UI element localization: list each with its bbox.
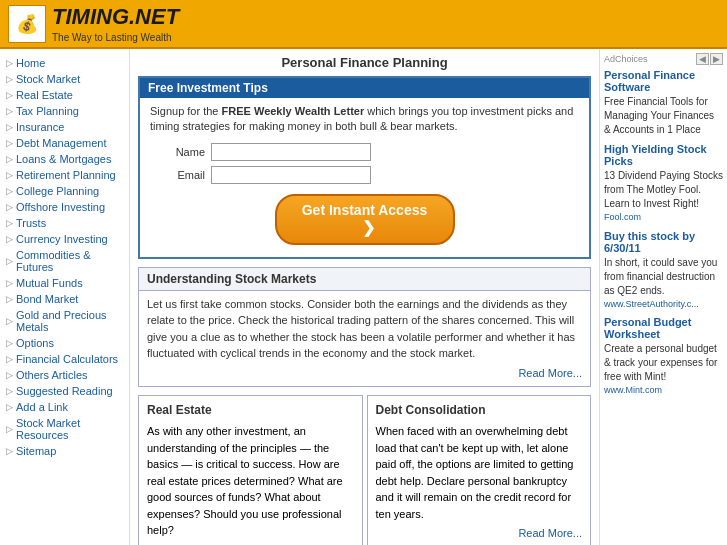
ad-text-3: Create a personal budget & track your ex…: [604, 342, 723, 397]
sidebar-item-real-estate[interactable]: ▷ Real Estate: [0, 87, 129, 103]
sidebar-item-commodities-futures[interactable]: ▷ Commodities & Futures: [0, 247, 129, 275]
sidebar-item-retirement-planning[interactable]: ▷ Retirement Planning: [0, 167, 129, 183]
ad-link-3[interactable]: Personal Budget Worksheet: [604, 316, 723, 340]
ad-source-2[interactable]: www.StreetAuthority.c...: [604, 298, 723, 311]
ad-source-1[interactable]: Fool.com: [604, 211, 723, 224]
understanding-stocks-section: Understanding Stock Markets Let us first…: [138, 267, 591, 388]
two-col-section: Real Estate As with any other investment…: [138, 395, 591, 545]
sidebar-item-others-articles[interactable]: ▷ Others Articles: [0, 367, 129, 383]
email-input[interactable]: [211, 166, 371, 184]
understanding-stocks-body: Let us first take common stocks. Conside…: [139, 291, 590, 387]
arrow-icon: ▷: [6, 256, 13, 266]
arrow-icon: ❯: [362, 219, 375, 236]
arrow-icon: ▷: [6, 402, 13, 412]
debt-consolidation-col: Debt Consolidation When faced with an ov…: [367, 395, 592, 545]
newsletter-box: Free Investment Tips Signup for the FREE…: [138, 76, 591, 259]
get-instant-access-button[interactable]: Get Instant Access ❯: [275, 194, 455, 245]
newsletter-description: Signup for the FREE Weekly Wealth Letter…: [150, 104, 579, 135]
sidebar-item-mutual-funds[interactable]: ▷ Mutual Funds: [0, 275, 129, 291]
sidebar-item-options[interactable]: ▷ Options: [0, 335, 129, 351]
ad-text-0: Free Financial Tools for Managing Your F…: [604, 95, 723, 137]
arrow-icon: ▷: [6, 354, 13, 364]
tagline: The Way to Lasting Wealth: [52, 32, 179, 43]
ad-choices-bar: AdChoices ◀ ▶: [604, 53, 723, 65]
sidebar-item-stock-market-resources[interactable]: ▷ Stock Market Resources: [0, 415, 129, 443]
main-content: Personal Finance Planning Free Investmen…: [130, 49, 599, 545]
understanding-stocks-title: Understanding Stock Markets: [139, 268, 590, 291]
sidebar-item-gold-precious-metals[interactable]: ▷ Gold and Precious Metals: [0, 307, 129, 335]
arrow-icon: ▷: [6, 186, 13, 196]
sidebar-item-add-link[interactable]: ▷ Add a Link: [0, 399, 129, 415]
arrow-icon: ▷: [6, 316, 13, 326]
sidebar-item-bond-market[interactable]: ▷ Bond Market: [0, 291, 129, 307]
arrow-icon: ▷: [6, 90, 13, 100]
debt-consolidation-read-more[interactable]: Read More...: [376, 525, 583, 542]
sidebar: ▷ Home ▷ Stock Market ▷ Real Estate ▷ Ta…: [0, 49, 130, 545]
sidebar-item-trusts[interactable]: ▷ Trusts: [0, 215, 129, 231]
real-estate-col: Real Estate As with any other investment…: [138, 395, 363, 545]
newsletter-body: Signup for the FREE Weekly Wealth Letter…: [140, 98, 589, 257]
sidebar-item-currency-investing[interactable]: ▷ Currency Investing: [0, 231, 129, 247]
arrow-icon: ▷: [6, 218, 13, 228]
ad-next-button[interactable]: ▶: [710, 53, 723, 65]
ad-source-3[interactable]: www.Mint.com: [604, 384, 723, 397]
sidebar-item-stock-market[interactable]: ▷ Stock Market: [0, 71, 129, 87]
ad-link-0[interactable]: Personal Finance Software: [604, 69, 723, 93]
sidebar-item-loans-mortgages[interactable]: ▷ Loans & Mortgages: [0, 151, 129, 167]
name-input[interactable]: [211, 143, 371, 161]
sidebar-item-offshore-investing[interactable]: ▷ Offshore Investing: [0, 199, 129, 215]
ad-text-2: In short, it could save you from financi…: [604, 256, 723, 311]
ad-prev-button[interactable]: ◀: [696, 53, 709, 65]
ad-nav[interactable]: ◀ ▶: [695, 53, 723, 65]
arrow-icon: ▷: [6, 170, 13, 180]
arrow-icon: ▷: [6, 370, 13, 380]
ad-choices-label: AdChoices: [604, 54, 648, 64]
sidebar-item-sitemap[interactable]: ▷ Sitemap: [0, 443, 129, 459]
real-estate-title: Real Estate: [147, 401, 354, 419]
arrow-icon: ▷: [6, 446, 13, 456]
arrow-icon: ▷: [6, 338, 13, 348]
arrow-icon: ▷: [6, 278, 13, 288]
arrow-icon: ▷: [6, 58, 13, 68]
sidebar-item-tax-planning[interactable]: ▷ Tax Planning: [0, 103, 129, 119]
sidebar-item-insurance[interactable]: ▷ Insurance: [0, 119, 129, 135]
sidebar-item-college-planning[interactable]: ▷ College Planning: [0, 183, 129, 199]
arrow-icon: ▷: [6, 424, 13, 434]
arrow-icon: ▷: [6, 294, 13, 304]
debt-consolidation-title: Debt Consolidation: [376, 401, 583, 419]
sidebar-item-debt-management[interactable]: ▷ Debt Management: [0, 135, 129, 151]
arrow-icon: ▷: [6, 202, 13, 212]
name-label: Name: [150, 146, 205, 158]
arrow-icon: ▷: [6, 74, 13, 84]
ad-link-1[interactable]: High Yielding Stock Picks: [604, 143, 723, 167]
arrow-icon: ▷: [6, 138, 13, 148]
newsletter-header: Free Investment Tips: [140, 78, 589, 98]
right-sidebar: AdChoices ◀ ▶ Personal Finance Software …: [599, 49, 727, 545]
sidebar-item-financial-calculators[interactable]: ▷ Financial Calculators: [0, 351, 129, 367]
arrow-icon: ▷: [6, 234, 13, 244]
arrow-icon: ▷: [6, 122, 13, 132]
sidebar-item-home[interactable]: ▷ Home: [0, 55, 129, 71]
email-form-row: Email: [150, 166, 579, 184]
arrow-icon: ▷: [6, 154, 13, 164]
name-form-row: Name: [150, 143, 579, 161]
arrow-icon: ▷: [6, 106, 13, 116]
logo-icon: 💰: [8, 5, 46, 43]
understanding-stocks-read-more[interactable]: Read More...: [147, 365, 582, 382]
email-label: Email: [150, 169, 205, 181]
ad-link-2[interactable]: Buy this stock by 6/30/11: [604, 230, 723, 254]
page-title: Personal Finance Planning: [138, 55, 591, 70]
header: 💰 TIMING.NET The Way to Lasting Wealth: [0, 0, 727, 49]
logo-text: TIMING.NET: [52, 4, 179, 30]
arrow-icon: ▷: [6, 386, 13, 396]
ad-text-1: 13 Dividend Paying Stocks from The Motle…: [604, 169, 723, 224]
sidebar-item-suggested-reading[interactable]: ▷ Suggested Reading: [0, 383, 129, 399]
